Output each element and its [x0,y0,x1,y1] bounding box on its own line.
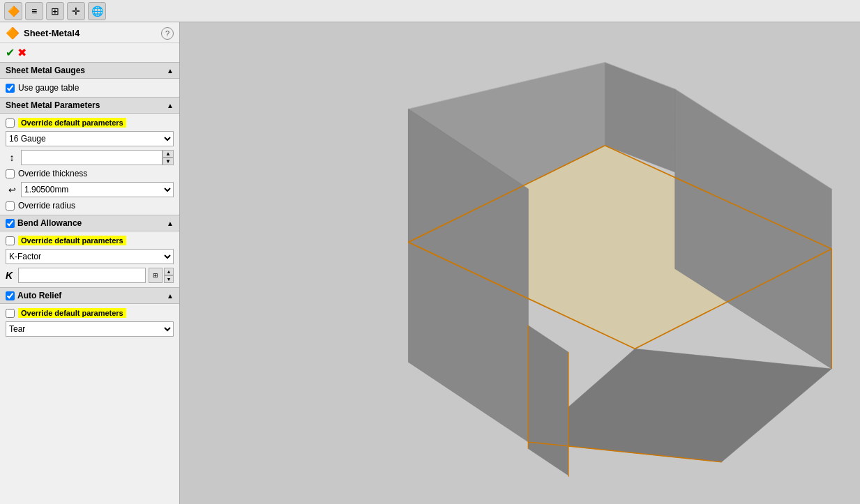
section-bend-label: Bend Allowance [17,218,82,228]
accept-button[interactable]: ✔ [6,46,15,59]
override-radius-label: Override radius [18,201,75,211]
collapse-bend-icon: ▲ [167,220,174,227]
thickness-down[interactable]: ▼ [163,158,174,165]
auto-relief-checkbox[interactable] [6,291,15,300]
thickness-icon: ↕ [6,151,18,164]
section-bend-body: Override default parameters K-Factor K 0… [0,231,179,287]
panel-icon: 🔶 [6,26,20,40]
section-params-header[interactable]: Sheet Metal Parameters ▲ [0,97,179,114]
toolbar: 🔶 ≡ ⊞ ✛ 🌐 [0,0,860,22]
section-gauges-label: Sheet Metal Gauges [6,66,85,75]
use-gauge-table-checkbox[interactable] [6,84,15,93]
k-letter: K [6,270,15,281]
gauge-select[interactable]: 16 Gauge [6,131,174,146]
override-radius-checkbox[interactable] [6,201,15,211]
toolbar-btn-grid[interactable]: ⊞ [46,2,64,20]
override-bend-row: Override default parameters [6,236,174,245]
use-gauge-table-row: Use gauge table [6,83,174,93]
toolbar-btn-list[interactable]: ≡ [25,2,43,20]
override-relief-checkbox[interactable] [6,309,15,318]
override-bend-label: Override default parameters [18,236,126,245]
cancel-button[interactable]: ✖ [17,46,27,59]
kfactor-type-select[interactable]: K-Factor [6,249,174,264]
section-gauges-body: Use gauge table [0,79,179,97]
help-button[interactable]: ? [161,27,174,40]
override-params-label: Override default parameters [18,118,126,128]
viewport [180,22,860,504]
use-gauge-table-label: Use gauge table [18,83,79,93]
section-params-body: Override default parameters 16 Gauge ↕ 1… [0,114,179,215]
override-thickness-label: Override thickness [18,169,87,178]
override-thickness-row: Override thickness [6,169,174,178]
section-relief-body: Override default parameters Tear [0,304,179,341]
thickness-input[interactable]: 1.51892mm [21,150,163,165]
section-gauges-header[interactable]: Sheet Metal Gauges ▲ [0,62,179,79]
k-buttons: ⊞ ▲ ▼ [149,268,174,283]
k-factor-row: K 0.5 ⊞ ▲ ▼ [6,268,174,283]
toolbar-btn-logo[interactable]: 🔶 [4,2,22,20]
k-down[interactable]: ▼ [164,275,174,283]
thickness-row: ↕ 1.51892mm ▲ ▼ [6,150,174,165]
section-bend-header[interactable]: Bend Allowance ▲ [0,215,179,231]
panel-actions: ✔ ✖ [0,43,179,62]
relief-type-select[interactable]: Tear [6,321,174,337]
override-relief-label: Override default parameters [18,308,126,318]
section-relief-header[interactable]: Auto Relief ▲ [0,287,179,304]
override-bend-checkbox[interactable] [6,236,15,245]
collapse-relief-icon: ▲ [167,292,174,300]
radius-select[interactable]: 1.90500mm [21,182,174,197]
thickness-input-group: 1.51892mm ▲ ▼ [21,150,174,165]
thickness-up[interactable]: ▲ [163,150,174,158]
override-relief-row: Override default parameters [6,308,174,318]
left-panel: 🔶 Sheet-Metal4 ? ✔ ✖ Sheet Metal Gauges … [0,22,180,504]
k-value-input[interactable]: 0.5 [18,268,146,283]
svg-marker-31 [528,326,568,475]
radius-row: ↩ 1.90500mm [6,182,174,197]
bend-allowance-checkbox[interactable] [6,219,15,228]
k-table-btn[interactable]: ⊞ [149,268,163,283]
collapse-gauges-icon: ▲ [167,67,174,75]
override-radius-row: Override radius [6,201,174,211]
thickness-spinner: ▲ ▼ [163,150,174,165]
section-params-label: Sheet Metal Parameters [6,100,100,110]
k-spinner: ▲ ▼ [164,268,174,283]
panel-title-bar: 🔶 Sheet-Metal4 ? [0,22,179,43]
toolbar-btn-crosshair[interactable]: ✛ [67,2,85,20]
radius-icon: ↩ [6,183,18,196]
override-thickness-checkbox[interactable] [6,169,15,178]
main-area: 🔶 Sheet-Metal4 ? ✔ ✖ Sheet Metal Gauges … [0,22,860,504]
section-relief-label: Auto Relief [17,291,61,300]
k-up[interactable]: ▲ [164,268,174,275]
override-params-row: Override default parameters [6,118,174,128]
collapse-params-icon: ▲ [167,102,174,109]
3d-view [180,22,860,504]
panel-title: Sheet-Metal4 [24,28,80,38]
override-params-checkbox[interactable] [6,119,15,128]
toolbar-btn-globe[interactable]: 🌐 [88,2,106,20]
